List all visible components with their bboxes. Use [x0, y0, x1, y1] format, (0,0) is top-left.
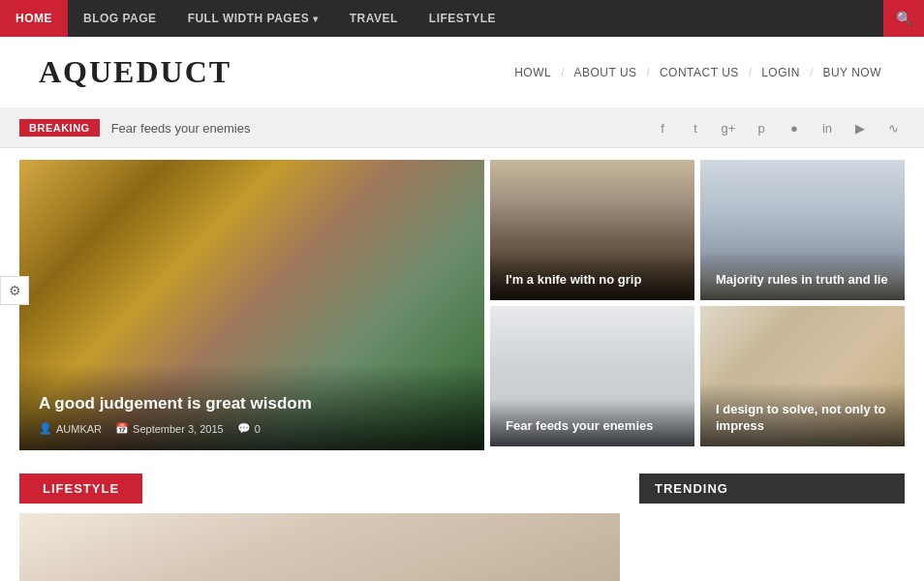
header-nav-about[interactable]: ABOUT US: [570, 66, 640, 79]
nav-separator: /: [555, 66, 570, 79]
pie-card-overlay: I design to solve, not only to impress: [700, 382, 905, 446]
header-nav-howl[interactable]: HOWL: [510, 66, 555, 79]
settings-gear-button[interactable]: ⚙: [0, 276, 29, 305]
comment-count: 0: [255, 423, 261, 435]
comments-meta: 💬 0: [237, 422, 261, 435]
instagram-icon[interactable]: ●: [783, 116, 806, 139]
author-name: AUMKAR: [56, 423, 102, 435]
header-nav-login[interactable]: LOGIN: [757, 66, 804, 79]
nav-separator: /: [743, 66, 757, 79]
pinterest-icon[interactable]: p: [750, 116, 773, 139]
post-date: September 3, 2015: [133, 423, 224, 435]
lifestyle-image-inner: [19, 513, 620, 581]
gear-icon: ⚙: [9, 283, 21, 298]
bottom-section: LIFESTYLE TRENDING: [0, 474, 924, 581]
chevron-down-icon: ▾: [313, 14, 319, 24]
googleplus-icon[interactable]: g+: [717, 116, 740, 139]
top-navigation: HOME BLOG PAGE FULL WIDTH PAGES ▾ TRAVEL…: [0, 0, 924, 37]
date-meta: 📅 September 3, 2015: [115, 422, 224, 435]
linkedin-icon[interactable]: in: [816, 116, 839, 139]
laptop-card-title: Fear feeds your enemies: [506, 418, 679, 435]
nav-separator: /: [804, 66, 818, 79]
breaking-bar: BREAKING Fear feeds your enemies f t g+ …: [0, 108, 924, 148]
pie-card[interactable]: I design to solve, not only to impress: [700, 306, 905, 446]
featured-large-card[interactable]: A good judgement is great wisdom 👤 AUMKA…: [19, 160, 484, 450]
site-logo[interactable]: AQUEDUCT: [39, 54, 231, 90]
user-icon: 👤: [39, 422, 52, 435]
author-meta: 👤 AUMKAR: [39, 422, 102, 435]
lifestyle-image: [19, 513, 620, 581]
featured-right-grid: I'm a knife with no grip Majority rules …: [490, 160, 905, 450]
breaking-text[interactable]: Fear feeds your enemies: [111, 121, 251, 136]
nav-item-travel[interactable]: TRAVEL: [334, 0, 414, 37]
laptop-card[interactable]: Fear feeds your enemies: [490, 306, 694, 446]
ocean-card-overlay: Majority rules in truth and lie: [700, 253, 905, 300]
trending-badge: TRENDING: [639, 474, 905, 504]
large-card-overlay: A good judgement is great wisdom 👤 AUMKA…: [19, 364, 484, 450]
trending-section: TRENDING: [639, 474, 905, 581]
twitter-icon[interactable]: t: [684, 116, 707, 139]
right-top-row: I'm a knife with no grip Majority rules …: [490, 160, 905, 300]
site-header: AQUEDUCT HOWL / ABOUT US / CONTACT US / …: [0, 37, 924, 108]
rss-icon[interactable]: ∿: [881, 116, 905, 139]
comment-icon: 💬: [237, 422, 251, 435]
breaking-badge: BREAKING: [19, 119, 100, 137]
church-card-overlay: I'm a knife with no grip: [490, 253, 694, 300]
large-card-title: A good judgement is great wisdom: [39, 393, 465, 414]
breaking-left: BREAKING Fear feeds your enemies: [19, 119, 250, 137]
nav-separator: /: [641, 66, 656, 79]
social-icons: f t g+ p ● in ▶ ∿: [651, 116, 905, 139]
header-navigation: HOWL / ABOUT US / CONTACT US / LOGIN / B…: [510, 66, 885, 79]
header-nav-buynow[interactable]: BUY NOW: [818, 66, 885, 79]
header-nav-contact[interactable]: CONTACT US: [656, 66, 743, 79]
featured-grid: A good judgement is great wisdom 👤 AUMKA…: [19, 160, 905, 450]
large-card-meta: 👤 AUMKAR 📅 September 3, 2015 💬 0: [39, 422, 465, 435]
right-bottom-row: Fear feeds your enemies I design to solv…: [490, 306, 905, 446]
laptop-card-overlay: Fear feeds your enemies: [490, 399, 694, 446]
search-icon: 🔍: [896, 11, 912, 26]
nav-item-blog[interactable]: BLOG PAGE: [68, 0, 172, 37]
pie-card-title: I design to solve, not only to impress: [716, 402, 889, 435]
lifestyle-section: LIFESTYLE: [19, 474, 620, 581]
ocean-card[interactable]: Majority rules in truth and lie: [700, 160, 905, 300]
main-content: A good judgement is great wisdom 👤 AUMKA…: [0, 148, 924, 474]
top-nav-items: HOME BLOG PAGE FULL WIDTH PAGES ▾ TRAVEL…: [0, 0, 883, 37]
nav-item-lifestyle[interactable]: LIFESTYLE: [414, 0, 511, 37]
lifestyle-badge: LIFESTYLE: [19, 474, 142, 504]
nav-item-home[interactable]: HOME: [0, 0, 68, 37]
church-card[interactable]: I'm a knife with no grip: [490, 160, 694, 300]
calendar-icon: 📅: [115, 422, 129, 435]
search-button[interactable]: 🔍: [883, 0, 924, 37]
church-card-title: I'm a knife with no grip: [506, 272, 679, 289]
nav-item-fullwidth[interactable]: FULL WIDTH PAGES ▾: [172, 0, 334, 37]
ocean-card-title: Majority rules in truth and lie: [716, 272, 889, 289]
facebook-icon[interactable]: f: [651, 116, 674, 139]
youtube-icon[interactable]: ▶: [848, 116, 872, 139]
